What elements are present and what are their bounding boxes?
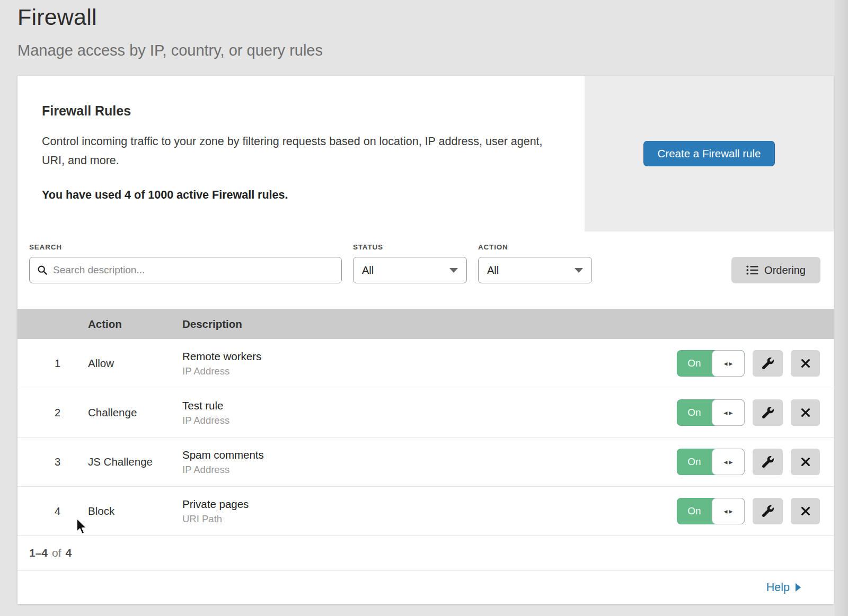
rule-description-cell: Remote workers IP Address	[182, 350, 677, 377]
edit-rule-button[interactable]	[753, 498, 783, 524]
edit-rule-button[interactable]	[753, 399, 783, 426]
toggle-knob[interactable]: ◂▸	[712, 449, 745, 475]
delete-rule-button[interactable]	[791, 498, 820, 524]
rule-action: Block	[88, 505, 182, 517]
rule-controls: On ◂▸	[677, 350, 834, 377]
rule-description-cell: Test rule IP Address	[182, 399, 677, 426]
pagination-total: 4	[66, 547, 72, 559]
close-icon	[800, 358, 811, 369]
firewall-rules-intro: Firewall Rules Control incoming traffic …	[17, 76, 585, 231]
action-select-value: All	[487, 264, 499, 276]
rule-match-field: IP Address	[182, 415, 677, 426]
action-select[interactable]: All	[478, 257, 592, 283]
rule-controls: On ◂▸	[677, 498, 834, 524]
action-column-header: Action	[88, 318, 182, 331]
firewall-rules-card: Firewall Rules Control incoming traffic …	[17, 76, 834, 604]
toggle-knob[interactable]: ◂▸	[712, 399, 745, 426]
rule-match-field: URI Path	[182, 513, 677, 525]
table-row: 2 Challenge Test rule IP Address On ◂▸	[17, 388, 834, 438]
pagination-range: 1–4	[29, 547, 48, 559]
chevron-down-icon	[449, 268, 458, 273]
pagination-of: of	[52, 547, 61, 559]
rule-description: Private pages	[182, 498, 677, 511]
search-icon	[37, 265, 48, 275]
edit-rule-button[interactable]	[753, 449, 783, 475]
rule-controls: On ◂▸	[677, 399, 834, 426]
delete-rule-button[interactable]	[791, 350, 820, 377]
toggle-knob[interactable]: ◂▸	[712, 498, 745, 524]
rule-enabled-toggle[interactable]: On ◂▸	[677, 498, 745, 524]
ordering-button[interactable]: Ordering	[731, 257, 820, 283]
toggle-state-label: On	[677, 449, 712, 475]
create-firewall-rule-button[interactable]: Create a Firewall rule	[643, 141, 775, 166]
delete-rule-button[interactable]	[791, 399, 820, 426]
rule-action: JS Challenge	[88, 456, 182, 468]
firewall-page: Firewall Manage access by IP, country, o…	[0, 0, 848, 616]
rule-description: Remote workers	[182, 350, 677, 363]
edit-rule-button[interactable]	[753, 350, 783, 377]
wrench-icon	[762, 407, 774, 418]
status-label: STATUS	[353, 243, 383, 251]
delete-rule-button[interactable]	[791, 449, 820, 475]
rule-action: Challenge	[88, 406, 182, 419]
toggle-arrows-icon: ◂▸	[723, 359, 734, 368]
toggle-state-label: On	[677, 399, 712, 426]
rule-match-field: IP Address	[182, 464, 677, 476]
rule-description-cell: Spam comments IP Address	[182, 449, 677, 476]
page-subtitle: Manage access by IP, country, or query r…	[17, 42, 323, 59]
toggle-state-label: On	[677, 498, 712, 524]
toggle-state-label: On	[677, 350, 712, 377]
rule-match-field: IP Address	[182, 365, 677, 377]
close-icon	[800, 506, 811, 516]
usage-note: You have used 4 of 1000 active Firewall …	[42, 189, 553, 202]
card-title: Firewall Rules	[42, 103, 553, 119]
rule-description: Spam comments	[182, 449, 677, 461]
status-select[interactable]: All	[353, 257, 467, 283]
rule-priority: 3	[17, 456, 88, 468]
search-box	[29, 257, 342, 283]
toggle-arrows-icon: ◂▸	[723, 507, 734, 515]
rule-controls: On ◂▸	[677, 449, 834, 475]
pagination-bar: 1–4 of 4	[17, 536, 834, 570]
close-icon	[800, 457, 811, 467]
table-row: 4 Block Private pages URI Path On ◂▸	[17, 487, 834, 536]
table-row: 1 Allow Remote workers IP Address On ◂▸	[17, 339, 834, 388]
wrench-icon	[762, 505, 774, 517]
wrench-icon	[762, 456, 774, 468]
card-footer: Help	[17, 570, 834, 604]
rule-action: Allow	[88, 357, 182, 370]
help-link[interactable]: Help	[766, 581, 801, 594]
action-label: ACTION	[478, 243, 508, 251]
description-column-header: Description	[182, 318, 834, 331]
chevron-down-icon	[575, 268, 583, 273]
ordering-button-label: Ordering	[764, 264, 806, 276]
ordered-list-icon	[746, 265, 758, 275]
filters-bar: SEARCH STATUS All ACTION All	[17, 231, 834, 309]
wrench-icon	[762, 358, 774, 369]
create-rule-panel: Create a Firewall rule	[585, 76, 834, 231]
rule-enabled-toggle[interactable]: On ◂▸	[677, 399, 745, 426]
search-label: SEARCH	[29, 243, 62, 251]
toggle-arrows-icon: ◂▸	[723, 408, 734, 417]
close-icon	[800, 407, 811, 418]
status-select-value: All	[362, 264, 374, 276]
table-row: 3 JS Challenge Spam comments IP Address …	[17, 438, 834, 487]
chevron-right-icon	[796, 583, 801, 592]
rule-priority: 2	[17, 407, 88, 419]
rule-description: Test rule	[182, 399, 677, 412]
table-header-row: Action Description	[17, 309, 834, 339]
rule-enabled-toggle[interactable]: On ◂▸	[677, 449, 745, 475]
rules-table-body: 1 Allow Remote workers IP Address On ◂▸	[17, 339, 834, 536]
rule-enabled-toggle[interactable]: On ◂▸	[677, 350, 745, 377]
rule-priority: 1	[17, 358, 88, 370]
toggle-arrows-icon: ◂▸	[723, 458, 734, 466]
firewall-rules-header-section: Firewall Rules Control incoming traffic …	[17, 76, 834, 231]
card-description: Control incoming traffic to your zone by…	[42, 132, 545, 170]
rule-priority: 4	[17, 505, 88, 517]
toggle-knob[interactable]: ◂▸	[712, 350, 745, 377]
page-title: Firewall	[17, 4, 97, 30]
help-link-label: Help	[766, 581, 790, 594]
search-input[interactable]	[53, 264, 334, 276]
rule-description-cell: Private pages URI Path	[182, 498, 677, 525]
